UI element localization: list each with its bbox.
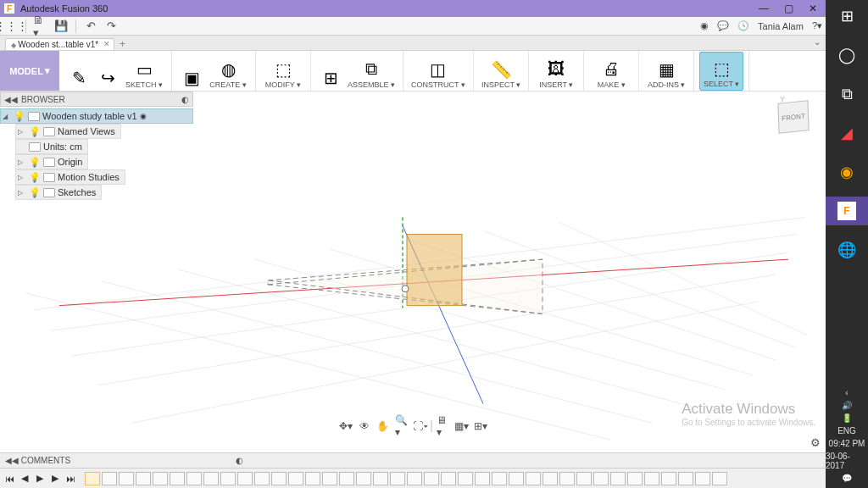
- app-icon-2[interactable]: ◉: [832, 158, 861, 186]
- timeline-step[interactable]: [339, 472, 354, 485]
- timeline-step[interactable]: [678, 472, 693, 485]
- clock-time[interactable]: 09:42 PM: [829, 439, 865, 448]
- timeline-step[interactable]: [356, 472, 371, 485]
- workspace-switcher[interactable]: MODEL▾: [0, 51, 59, 91]
- timeline-step[interactable]: [85, 472, 100, 485]
- timeline-step[interactable]: [627, 472, 643, 485]
- extrude-icon[interactable]: ▣: [177, 52, 206, 91]
- tree-root[interactable]: ◢ 💡 Wooden study table v1 ◉: [0, 108, 193, 124]
- timeline-step[interactable]: [390, 472, 405, 485]
- tree-item[interactable]: ▷💡Origin: [15, 154, 88, 169]
- timeline-end-icon[interactable]: ⏭: [64, 474, 76, 484]
- timeline-start-icon[interactable]: ⏮: [3, 474, 15, 484]
- settings-gear-icon[interactable]: ⚙: [810, 436, 821, 449]
- zoom-icon[interactable]: 🔍▾: [394, 419, 409, 434]
- timeline-next-icon[interactable]: ▶: [49, 473, 61, 484]
- sketch-icon[interactable]: ✎: [64, 52, 93, 91]
- tabbar-expand-icon[interactable]: ⌄: [814, 37, 821, 47]
- sphere-icon[interactable]: ◍CREATE ▾: [206, 52, 250, 91]
- measure-icon[interactable]: 📏INSPECT ▾: [479, 52, 523, 91]
- root-options-icon[interactable]: ◉: [140, 112, 147, 120]
- document-tab[interactable]: ◆ Wooden st...table v1* ✕: [5, 38, 114, 50]
- select-icon[interactable]: ⬚SELECT ▾: [699, 52, 743, 91]
- visibility-icon[interactable]: 💡: [14, 111, 25, 122]
- expand-icon[interactable]: ▷: [18, 128, 26, 136]
- help-icon[interactable]: ?▾: [812, 20, 822, 31]
- addins-icon[interactable]: ▦ADD-INS ▾: [644, 52, 688, 91]
- comments-expand-icon[interactable]: ◀◀: [5, 456, 19, 465]
- viewports-icon[interactable]: ⊞▾: [473, 419, 488, 434]
- visibility-icon[interactable]: 💡: [29, 172, 41, 183]
- browser-pin-icon[interactable]: ◐: [181, 95, 189, 104]
- insert-icon[interactable]: 🖼INSERT ▾: [534, 52, 578, 91]
- undo-icon[interactable]: ↶: [83, 19, 98, 34]
- timeline-play-icon[interactable]: ▶: [34, 473, 46, 484]
- expand-icon[interactable]: ▷: [18, 189, 26, 197]
- timeline-step[interactable]: [407, 472, 422, 485]
- tree-item[interactable]: ▷💡Named Views: [15, 124, 121, 139]
- timeline-step[interactable]: [424, 472, 439, 485]
- timeline-prev-icon[interactable]: ◀: [19, 473, 31, 484]
- app-icon-1[interactable]: ◢: [832, 119, 861, 147]
- pan-icon[interactable]: ✋: [376, 419, 391, 434]
- timeline-step[interactable]: [492, 472, 507, 485]
- timeline-step[interactable]: [542, 472, 558, 485]
- timeline-step[interactable]: [661, 472, 676, 485]
- timeline-step[interactable]: [119, 472, 134, 485]
- timeline-step[interactable]: [220, 472, 236, 485]
- visibility-icon[interactable]: 💡: [29, 187, 41, 198]
- expand-icon[interactable]: ◢: [3, 113, 11, 120]
- timeline-step[interactable]: [153, 472, 168, 485]
- tree-item[interactable]: Units: cm: [15, 139, 88, 154]
- timeline-step[interactable]: [271, 472, 287, 485]
- timeline-step[interactable]: [186, 472, 202, 485]
- timeline-step[interactable]: [170, 472, 185, 485]
- timeline-step[interactable]: [254, 472, 270, 485]
- timeline-step[interactable]: [305, 472, 320, 485]
- look-icon[interactable]: 👁: [357, 419, 372, 434]
- timeline-step[interactable]: [593, 472, 609, 485]
- volume-icon[interactable]: 🔊: [842, 401, 852, 410]
- timeline-step[interactable]: [373, 472, 388, 485]
- orbit-icon[interactable]: ✥▾: [338, 419, 353, 434]
- new-tab-icon[interactable]: +: [120, 38, 125, 50]
- timeline-step[interactable]: [695, 472, 710, 485]
- display-icon[interactable]: 🖥▾: [436, 419, 451, 434]
- timeline-step[interactable]: [559, 472, 575, 485]
- timeline-step[interactable]: [526, 472, 541, 485]
- chat-icon[interactable]: 💬: [717, 20, 729, 31]
- windows-start-icon[interactable]: ⊞: [832, 2, 861, 30]
- tree-item[interactable]: ▷💡Motion Studies: [15, 169, 125, 185]
- visibility-icon[interactable]: 💡: [29, 157, 41, 168]
- timeline-step[interactable]: [644, 472, 659, 485]
- close-icon[interactable]: ✕: [809, 3, 817, 14]
- joint-icon[interactable]: ⧉ASSEMBLE ▾: [345, 52, 398, 91]
- visibility-icon[interactable]: 💡: [29, 126, 41, 137]
- comments-bar[interactable]: ◀◀ COMMENTS ◐: [0, 452, 826, 468]
- redo-icon[interactable]: ↷: [103, 19, 119, 34]
- timeline-step[interactable]: [509, 472, 524, 485]
- expand-icon[interactable]: ▷: [18, 174, 26, 181]
- tray-expand-icon[interactable]: ‹: [845, 388, 848, 397]
- make-icon[interactable]: 🖨MAKE ▾: [589, 52, 633, 91]
- clock-date[interactable]: 30-06-2017: [826, 452, 868, 470]
- timeline-step[interactable]: [237, 472, 253, 485]
- comments-pin-icon[interactable]: ◐: [236, 456, 243, 465]
- fit-icon[interactable]: ⛶▾: [413, 419, 428, 434]
- tab-close-icon[interactable]: ✕: [103, 40, 110, 48]
- timeline-step[interactable]: [576, 472, 592, 485]
- maximize-icon[interactable]: ▢: [784, 3, 793, 14]
- timeline-step[interactable]: [610, 472, 626, 485]
- record-icon[interactable]: ◉: [700, 20, 709, 31]
- fusion-taskbar-icon[interactable]: F: [826, 197, 868, 225]
- view-cube[interactable]: Y FRONT: [773, 95, 815, 137]
- file-menu-icon[interactable]: 🗎▾: [33, 19, 48, 34]
- task-view-icon[interactable]: ⧉: [832, 80, 861, 108]
- tree-item[interactable]: ▷💡Sketches: [15, 185, 102, 200]
- apps-grid-icon[interactable]: ⋮⋮⋮: [3, 19, 19, 34]
- timeline-step[interactable]: [458, 472, 473, 485]
- chrome-icon[interactable]: 🌐: [832, 236, 861, 264]
- timeline-step[interactable]: [322, 472, 337, 485]
- minimize-icon[interactable]: —: [759, 3, 769, 14]
- timeline-step[interactable]: [475, 472, 490, 485]
